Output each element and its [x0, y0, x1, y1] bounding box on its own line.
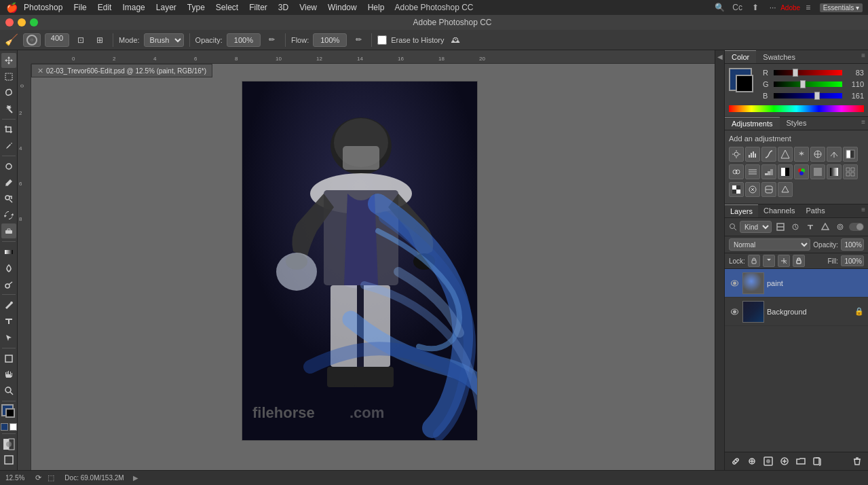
adj-brightness-btn[interactable]	[729, 147, 744, 162]
adj-panel-menu-icon[interactable]: ≡	[858, 117, 868, 130]
cc-icon[interactable]: Cc	[732, 1, 744, 14]
adj-selectcolor-btn[interactable]	[794, 164, 809, 179]
menu-file[interactable]: File	[69, 1, 91, 14]
adj-vibrance-btn[interactable]	[794, 147, 809, 162]
menu-edit[interactable]: Edit	[93, 1, 117, 14]
adj-channel-mixer-btn[interactable]	[745, 164, 760, 179]
adj-bw-btn[interactable]	[843, 147, 858, 162]
new-layer-btn[interactable]	[810, 454, 824, 468]
lock-transparent-btn[interactable]	[748, 255, 760, 267]
adj-hsl-btn[interactable]	[810, 147, 825, 162]
search-icon[interactable]: 🔍	[714, 1, 726, 14]
lock-image-btn[interactable]	[763, 255, 775, 267]
erase-history-icon[interactable]: 🕰	[448, 33, 463, 48]
layers-panel-menu-icon[interactable]: ≡	[858, 204, 868, 217]
tab-styles[interactable]: Styles	[780, 117, 814, 130]
new-group-btn[interactable]	[794, 454, 808, 468]
link-layers-btn[interactable]	[729, 454, 742, 468]
tool-pen[interactable]	[1, 298, 16, 312]
window-close-btn[interactable]	[5, 18, 14, 26]
panel-collapse-btn[interactable]: ◀	[715, 50, 724, 470]
opacity-pen-icon[interactable]: ✏	[265, 33, 280, 48]
adj-levels-btn[interactable]	[745, 147, 760, 162]
brush-settings-icon[interactable]: ⊞	[92, 33, 107, 48]
blend-mode-select[interactable]: Normal	[729, 238, 810, 251]
eraser-tool-icon[interactable]: 🧹	[4, 33, 19, 48]
adj-posterize-btn[interactable]	[761, 164, 776, 179]
adj-colorbalance-btn[interactable]	[827, 147, 842, 162]
tool-shape[interactable]	[1, 351, 16, 366]
tool-move[interactable]	[1, 53, 16, 68]
tool-healing[interactable]	[1, 159, 16, 174]
color-spectrum-bar[interactable]	[729, 105, 864, 112]
layer-visibility-paint[interactable]	[729, 278, 740, 289]
lock-all-btn[interactable]	[793, 255, 805, 267]
adj-invert-btn[interactable]	[729, 182, 744, 197]
mode-select[interactable]: Brush	[144, 33, 184, 47]
flow-input[interactable]	[313, 33, 347, 47]
default-colors-icon[interactable]	[10, 423, 17, 431]
more-icon[interactable]: ···	[767, 1, 779, 14]
tool-colors-wrap[interactable]	[1, 404, 16, 419]
adj-curves-btn[interactable]	[761, 147, 776, 162]
color-panel-menu-icon[interactable]: ≡	[858, 50, 868, 63]
channel-r-thumb[interactable]	[793, 69, 798, 77]
channel-g-slider[interactable]	[774, 82, 842, 87]
filter-pixel-icon[interactable]	[774, 221, 787, 233]
color-fg-bg-display[interactable]	[729, 68, 759, 98]
erase-history-checkbox[interactable]	[377, 35, 387, 45]
filter-type-icon[interactable]	[804, 221, 816, 233]
tab-color[interactable]: Color	[725, 50, 756, 63]
adj-extra3-btn[interactable]	[778, 182, 793, 197]
brush-size-display[interactable]: ○	[23, 33, 41, 47]
background-color-swatch[interactable]	[736, 75, 753, 92]
menu-view[interactable]: View	[295, 1, 322, 14]
tool-blur[interactable]	[1, 261, 16, 276]
share-icon[interactable]: ⬆	[749, 1, 761, 14]
doc-info-arrow[interactable]: ▶	[131, 473, 140, 483]
brush-preset-icon[interactable]: ⊡	[73, 33, 88, 48]
adj-photo-filter-btn[interactable]	[729, 164, 744, 179]
menu-window[interactable]: Window	[323, 1, 362, 14]
channel-b-slider[interactable]	[774, 93, 842, 98]
menu-select[interactable]: Select	[211, 1, 243, 14]
apple-menu[interactable]: 🍎	[5, 1, 18, 14]
tool-type[interactable]	[1, 314, 16, 329]
filter-toggle[interactable]	[849, 223, 864, 231]
adj-threshold-btn[interactable]	[778, 164, 793, 179]
document-close-icon[interactable]: ✕	[37, 67, 43, 75]
layer-visibility-background[interactable]	[729, 306, 740, 317]
adj-solidcolor-btn[interactable]	[810, 164, 825, 179]
filter-smart-icon[interactable]	[834, 221, 846, 233]
window-min-btn[interactable]	[18, 18, 26, 26]
tab-layers[interactable]: Layers	[725, 204, 758, 217]
tool-brush[interactable]	[1, 175, 16, 190]
tool-lasso[interactable]	[1, 86, 16, 101]
menu-photoshop[interactable]: Photoshop	[19, 1, 67, 14]
layers-kind-filter[interactable]: Kind	[740, 221, 772, 233]
channel-g-thumb[interactable]	[800, 80, 806, 88]
document-tab[interactable]: ✕ 02-03_Trevor606-Edit.psd @ 12.5% (pain…	[31, 64, 212, 77]
tool-magic-wand[interactable]	[1, 101, 16, 116]
tool-zoom[interactable]	[1, 383, 16, 398]
brush-size-input[interactable]: 400	[45, 33, 69, 47]
adjustment-layer-btn[interactable]	[778, 454, 791, 468]
background-color[interactable]	[5, 408, 15, 418]
filter-shape-icon[interactable]	[819, 221, 831, 233]
tool-eyedropper[interactable]	[1, 139, 16, 154]
menu-image[interactable]: Image	[117, 1, 149, 14]
tab-paths[interactable]: Paths	[801, 204, 831, 217]
tab-adjustments[interactable]: Adjustments	[725, 117, 780, 130]
lock-position-btn[interactable]	[778, 255, 790, 267]
opacity-input[interactable]	[227, 33, 261, 47]
adj-extra2-btn[interactable]	[761, 182, 776, 197]
flow-pen-icon[interactable]: ✏	[351, 33, 366, 48]
layer-row-background[interactable]: Background 🔒	[725, 298, 868, 326]
adobe-icon[interactable]: Adobe	[785, 1, 797, 14]
canvas-area[interactable]: 0 2 4 6 8 10 12 14 16 18 20 0 2 4 6 8	[18, 50, 715, 470]
adj-pattern-btn[interactable]	[843, 164, 858, 179]
tool-history-brush[interactable]	[1, 208, 16, 223]
menu-help[interactable]: Help	[363, 1, 390, 14]
menu-filter[interactable]: Filter	[244, 1, 272, 14]
delete-layer-btn[interactable]	[850, 454, 864, 468]
